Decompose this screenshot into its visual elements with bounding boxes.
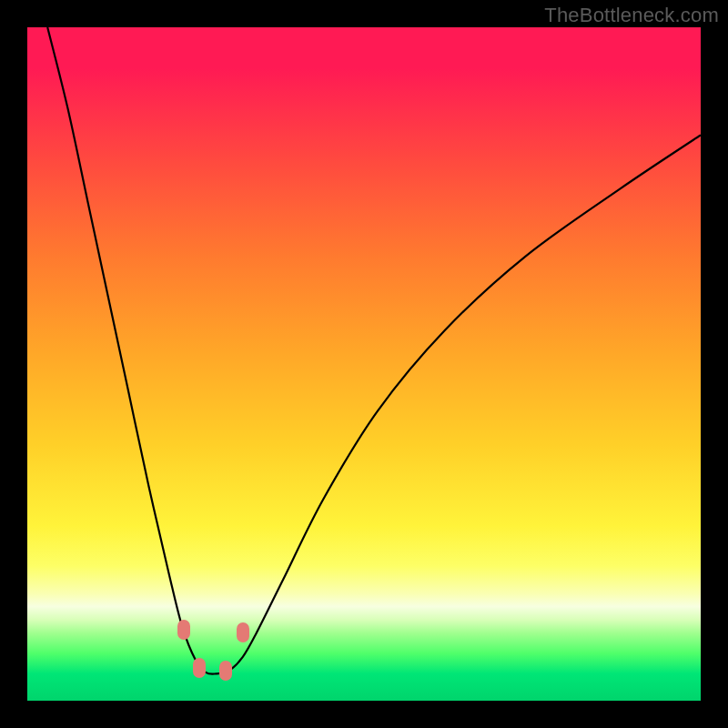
watermark-text: TheBottleneck.com	[544, 4, 719, 27]
marker-point	[177, 620, 190, 640]
marker-layer	[27, 27, 701, 701]
marker-point	[219, 661, 232, 681]
marker-point	[193, 658, 206, 678]
chart-frame: TheBottleneck.com	[0, 0, 728, 728]
plot-area	[27, 27, 701, 701]
marker-point	[237, 622, 249, 642]
